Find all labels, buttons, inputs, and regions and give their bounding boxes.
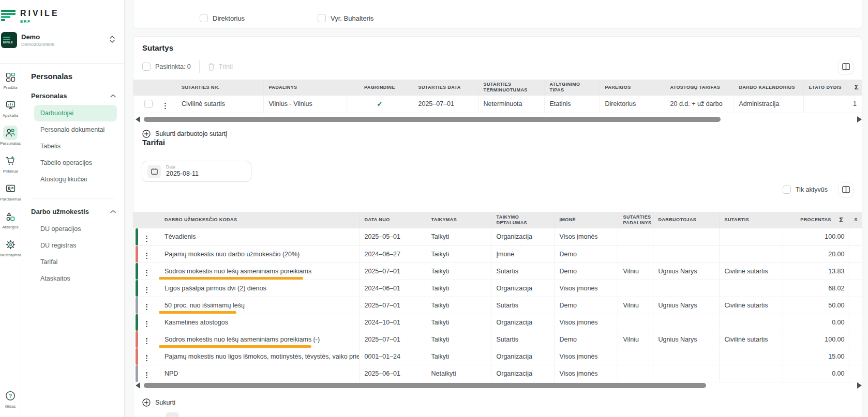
col-pagrindine[interactable]: PAGRINDINĖ [347,80,413,96]
rail-item-gidas[interactable]: ? Gidas [0,389,21,409]
inventory-icon [3,209,18,224]
scroll-left-icon[interactable] [136,116,140,122]
row-menu-icon[interactable] [146,286,147,294]
sum-icon[interactable]: Σ [855,83,859,91]
row-menu-icon[interactable] [146,269,147,277]
row-menu-icon[interactable] [146,337,147,345]
tarifai-row[interactable]: NPD 2025–06–01 Netaikyti Organizacija Vi… [133,365,862,382]
nav-section-personalas[interactable]: Personalas [31,92,116,100]
col-atlyginimo-tipas[interactable]: ATLYGINIMO TIPAS [544,80,600,96]
cell-sutarties-padalinys [618,365,653,382]
row-menu-icon[interactable] [146,303,147,311]
col-s-truncated[interactable]: S [849,212,862,228]
tarifai-row[interactable]: Kasmetinės atostogos 2024–10–01 Taikyti … [133,314,862,331]
col-etato-dydis[interactable]: ETATO DYDISΣ [803,80,862,96]
status-bar [136,228,138,245]
only-active-filter[interactable]: Tik aktyvūs [783,186,828,194]
checkbox-icon[interactable] [318,14,326,22]
col-procentas[interactable]: PROCENTASΣ [783,212,849,228]
col-sutarties-nr[interactable]: SUTARTIES NR. [176,80,263,96]
col-sutartis[interactable]: SUTARTIS [719,212,783,228]
tarifai-row[interactable]: Ligos pašalpa pirmos dvi (2) dienos 2024… [133,280,862,297]
sidebar-item-du-operacijos[interactable]: DU operacijos [34,221,117,237]
scroll-right-icon[interactable] [857,116,862,122]
scrollbar-thumb[interactable] [144,383,706,388]
tarifai-row[interactable]: Sodros mokestis nuo lėšų asmeniniams por… [133,262,862,280]
date-field-label: Data [166,165,199,169]
row-menu-icon[interactable] [146,320,147,328]
delete-button[interactable]: Trinti [208,63,233,71]
company-selector[interactable]: RIVILE Demo Demo20240906 [1,32,120,48]
chevron-updown-icon[interactable] [110,35,115,45]
sidebar-item-atostogų-likučiai[interactable]: Atostogų likučiai [34,171,117,188]
sidebar-item-darbuotojai[interactable]: Darbuotojai [34,105,117,121]
tarifai-header-row: DARBO UŽMOKESČIO KODAS DATA NUO TAIKYMAS… [133,212,862,228]
create-tariff-button[interactable]: Sukurti [142,398,175,407]
tarifai-row[interactable]: Sodros mokestis nuo lėšų asmeniniams por… [133,331,862,348]
col-imone[interactable]: ĮMONĖ [554,212,618,228]
sutartys-hscrollbar[interactable] [136,116,862,123]
sum-icon[interactable]: Σ [839,216,843,224]
col-atostogu-tarifas[interactable]: ATOSTOGŲ TARIFAS [665,80,734,96]
row-menu-icon[interactable] [146,372,147,379]
rail-item-pradžia[interactable]: Pradžia [0,70,21,90]
tarifai-row[interactable]: Pajamų mokestis nuo darbo užmokesčio (20… [133,245,862,262]
rail-item-personalas[interactable]: Personalas [0,126,21,146]
cell-imone: Demo [554,331,618,348]
rail-item-nustatymai[interactable]: Nustatymai [0,237,21,257]
brand-name: RIVILE [20,9,59,18]
rail-item-apskaita[interactable]: Apskaita [0,98,21,118]
column-settings-button-2[interactable] [838,182,854,197]
row-checkbox[interactable] [144,100,153,108]
rail-item-pirkimai[interactable]: Pirkimai [0,153,21,174]
sidebar-item-tarifai[interactable]: Tarifai [34,254,117,270]
cell-du-kodas: 50 proc. nuo išsiimamų lėšų [164,302,245,309]
dashboard-icon [3,70,18,84]
sidebar-item-ataskaitos[interactable]: Ataskaitos [34,270,117,287]
scrollbar-thumb[interactable] [144,117,721,122]
col-data-nuo[interactable]: DATA NUO [359,212,426,228]
rail-item-atsargos[interactable]: Atsargos [0,209,21,229]
tarifai-hscrollbar[interactable] [136,382,862,389]
sidebar-item-tabelio-operacijos[interactable]: Tabelio operacijos [34,155,117,171]
col-du-kodas[interactable]: DARBO UŽMOKESČIO KODAS [159,212,359,228]
checkbox-direktorius[interactable]: Direktorius [200,14,245,22]
row-menu-icon[interactable] [146,354,147,362]
tarifai-row[interactable]: 50 proc. nuo išsiimamų lėšų 2025–07–01 T… [133,297,862,314]
sidebar-item-tabelis[interactable]: Tabelis [34,138,117,155]
sutartys-row[interactable]: Civilinė sutartis Vilnius - Vilnius ✓ 20… [133,96,862,113]
checkbox-vyr-buhalteris[interactable]: Vyr. Buhalteris [318,14,373,22]
col-sutarties-padalinys[interactable]: SUTARTIES PADALINYS [618,212,653,228]
col-taikymo-detalumas[interactable]: TAIKYMO DETALUMAS [491,212,554,228]
scroll-right-icon[interactable] [857,382,862,389]
col-taikymas[interactable]: TAIKYMAS [426,212,491,228]
only-active-checkbox[interactable] [783,186,791,194]
col-sutarties-data[interactable]: SUTARTIES DATA [413,80,478,96]
date-field[interactable]: Data 2025-08-11 [142,161,251,182]
nav-section-darbo-užmokestis[interactable]: Darbo užmokestis [31,208,116,215]
cell-taikymo-detalumas: Organizacija [491,365,554,382]
col-padalinys[interactable]: PADALINYS [263,80,347,96]
tarifai-row[interactable]: Tėvadienis 2025–05–01 Taikyti Organizaci… [133,228,862,245]
column-settings-button[interactable] [838,59,854,74]
scroll-left-icon[interactable] [136,382,140,389]
col-terminuotumas[interactable]: SUTARTIES TERMINUOTUMAS [478,80,544,96]
create-contract-button[interactable]: Sukurti darbuotojo sutartį [142,130,227,138]
cell-darbuotojas: Ugnius Narys [653,297,719,314]
row-menu-icon[interactable] [146,235,147,243]
row-menu-icon[interactable] [164,102,166,110]
col-darbuotojas[interactable]: DARBUOTOJAS [653,212,719,228]
checkbox-icon[interactable] [200,14,208,22]
sidebar-item-du-registras[interactable]: DU registras [34,237,117,254]
cell-imone: Visos įmonės [554,280,618,297]
select-all-checkbox[interactable] [142,63,151,71]
cell-darbuotojas: Ugnius Narys [653,331,719,348]
row-menu-icon[interactable] [146,252,147,260]
sidebar-item-personalo-dokumentai[interactable]: Personalo dokumentai [34,121,117,138]
col-pareigos[interactable]: PAREIGOS [600,80,665,96]
cell-darbo-kalendorius: Administracija [734,96,803,113]
nav-divider [31,198,114,198]
col-darbo-kalendorius[interactable]: DARBO KALENDORIUS [734,80,803,96]
tarifai-row[interactable]: Pajamų mokestis nuo ligos išmokos, motin… [133,348,862,365]
rail-item-pardavimai[interactable]: Pardavimai [0,181,21,202]
